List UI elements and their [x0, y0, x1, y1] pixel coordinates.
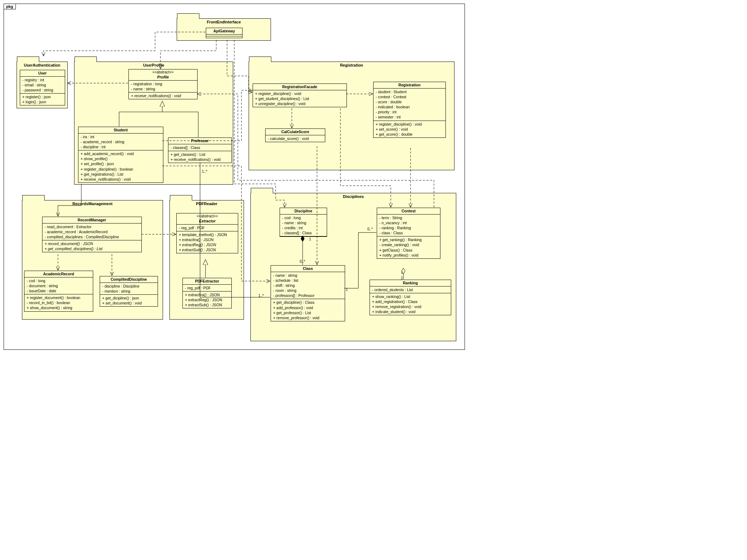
class-name: Ranking — [370, 280, 451, 286]
class-ops: + show_ranking() : List+ add_registratio… — [370, 293, 451, 315]
class-name: Class — [271, 266, 345, 272]
class-user: User - registry : int- email : string- p… — [20, 70, 65, 105]
class-extractor: <<abstract>>Extractor - reg_pdf : PDF + … — [176, 213, 238, 253]
class-ops: + get_dicipline() : json+ set_document()… — [100, 295, 158, 306]
class-name: User — [20, 70, 65, 77]
package-title: RecordsManagement — [22, 200, 163, 207]
mult-label: 1 — [309, 237, 311, 241]
package-title: Disciplines — [251, 193, 456, 200]
class-ops: + register_discipline() : void+ get_stud… — [253, 90, 347, 107]
class-pdfextractor: PDFExtractor - reg_pdf : PDF + extractIr… — [182, 278, 232, 308]
root-package-label: pkg — [4, 4, 16, 9]
class-attrs: - registry : int- email : string- passwo… — [20, 77, 65, 94]
class-ops: + template_method() : JSON+ extractIra()… — [177, 231, 238, 253]
class-calculatescore: CalCulateScore - calculate_score() : voi… — [265, 128, 325, 142]
class-name: ApiGateway — [206, 28, 242, 34]
package-profile: UserProfile <<abstract>>Profile - regist… — [74, 62, 233, 185]
mult-label: 0..* — [300, 259, 305, 263]
class-attrs: - term : String- n_vacancy : int- rankin… — [377, 214, 440, 237]
class-attrs: - registration : long- name : string — [129, 81, 197, 92]
class-attrs: - ordered_students : List — [370, 286, 451, 293]
class-apigateway: ApiGateway — [206, 28, 243, 38]
class-name: <<abstract>>Profile — [129, 69, 197, 81]
class-ops: + register_document() : boolean- record_… — [24, 294, 93, 311]
class-attrs: - student : Student- contest : Contest- … — [374, 89, 445, 121]
class-name: ComplitedDiscipline — [100, 276, 158, 283]
class-attrs: - ira : int- academic_record : string- d… — [78, 134, 163, 151]
class-academicrecord: AcademicRecord - cod : long- document : … — [24, 271, 93, 312]
class-name: <<abstract>>Extractor — [177, 213, 238, 225]
class-ranking: Ranking - ordered_students : List + show… — [370, 280, 451, 315]
mult-label: 0..* — [367, 227, 373, 231]
class-ops: + register_discipline() : void+ set_scor… — [374, 121, 445, 138]
class-name: RegistrationFacade — [253, 84, 347, 90]
class-ops: + get_ranking() : Ranking- create_rankin… — [377, 236, 440, 258]
class-compliteddiscipline: ComplitedDiscipline - discipline : Disci… — [100, 276, 158, 307]
class-name: Contest — [377, 208, 440, 214]
class-attrs: - classes[] : Class — [168, 144, 231, 151]
class-ops: + record_document() : JSON+ get_complite… — [42, 240, 141, 252]
class-attrs: - reg_pdf : PDF — [183, 285, 231, 292]
class-attrs: - discipline : Discipline- mention : str… — [100, 283, 158, 295]
class-attrs: - reg_pdf : PDF — [177, 225, 238, 231]
class-registrationfacade: RegistrationFacade + register_discipline… — [253, 83, 347, 107]
mult-label: 1..* — [202, 170, 207, 173]
class-class: Class - name : string- schedule : list- … — [271, 265, 345, 321]
package-pdfreader: PDFReader <<abstract>>Extractor - reg_pd… — [169, 200, 244, 320]
class-ops: + receive_notifications() : void — [129, 92, 197, 99]
class-professor: Professor - classes[] : Class + get_clas… — [168, 137, 232, 163]
package-records: RecordsManagement RecordManager - read_d… — [22, 200, 163, 320]
class-ops: + extractIra() : JSON+ extractReg() : JS… — [183, 292, 231, 308]
mult-label: 1 — [346, 288, 348, 292]
class-name: RecordManager — [42, 217, 141, 223]
class-name: Discipline — [280, 208, 327, 214]
class-student: Student - ira : int- academic_record : s… — [78, 127, 163, 183]
package-disciplines: Disciplines Discipline - cod : long- nam… — [250, 193, 456, 341]
mult-label: 1 — [401, 276, 403, 280]
class-profile: <<abstract>>Profile - registration : lon… — [128, 69, 198, 99]
package-title: UserProfile — [74, 62, 233, 68]
class-recordmanager: RecordManager - read_document : Extracto… — [42, 217, 142, 252]
class-registration: Registration - student : Student- contes… — [373, 82, 446, 138]
class-name: PDFExtractor — [183, 278, 231, 285]
class-attrs: - cod : long- document : string- issueDa… — [24, 277, 93, 295]
package-registration: Registration RegistrationFacade + regist… — [249, 62, 454, 170]
class-ops: + register() : json+ login() : json — [20, 94, 65, 105]
class-attrs: - name : string- schedule : list- shift … — [271, 272, 345, 299]
class-name: AcademicRecord — [24, 271, 93, 277]
package-frontend: FrontEndInterface ApiGateway — [177, 18, 271, 41]
class-name: Registration — [374, 82, 445, 89]
class-attrs: - cod : long- name : string- credits : i… — [280, 214, 327, 237]
class-ops: + get_classes() : List+ receive_notifica… — [168, 151, 231, 163]
package-auth: UserAuthentication User - registry : int… — [17, 62, 68, 108]
class-name: Student — [78, 127, 163, 134]
mult-label: 1 — [401, 270, 403, 274]
class-ops: + add_academic_record() : void+ show_pro… — [78, 150, 163, 182]
class-name: Professor — [168, 138, 231, 144]
package-title: UserAuthentication — [17, 62, 67, 68]
diagram-canvas: pkg FrontEndInterface ApiGateway UserAut… — [4, 4, 465, 350]
class-attrs: - read_document : Extractor- academic_re… — [42, 223, 141, 241]
class-ops: - calculate_score() : void — [266, 135, 325, 142]
package-title: PDFReader — [170, 200, 244, 207]
class-discipline: Discipline - cod : long- name : string- … — [280, 208, 327, 237]
class-name: CalCulateScore — [266, 129, 325, 135]
class-contest: Contest - term : String- n_vacancy : int… — [377, 208, 440, 259]
class-ops: + get_discipline() : Class+ add_professo… — [271, 299, 345, 321]
package-title: FrontEndInterface — [177, 19, 271, 25]
mult-label: 1..* — [258, 294, 264, 298]
package-title: Registration — [249, 62, 454, 68]
